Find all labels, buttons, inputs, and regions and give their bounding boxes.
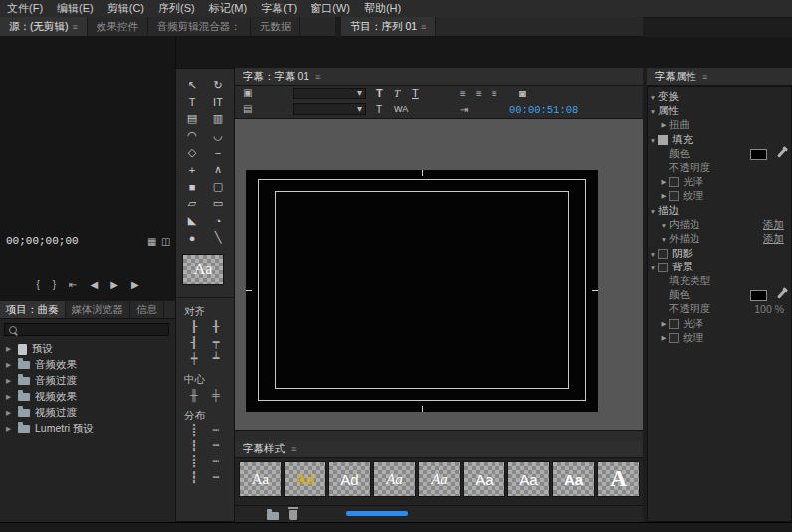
menu-file[interactable]: 文件(F)	[0, 1, 50, 16]
type-tool[interactable]: T	[179, 93, 205, 110]
twirl-icon[interactable]: ▶	[659, 192, 669, 200]
bin-row-audio-effects[interactable]: ▶ 音频效果	[0, 357, 175, 373]
align-paragraph-center-button[interactable]: ≡	[476, 89, 482, 99]
panel-menu-icon[interactable]: ≡	[421, 22, 426, 32]
eyedropper-icon[interactable]	[777, 148, 786, 157]
twirl-icon[interactable]: ▼	[648, 137, 658, 144]
styles-scrollbar-thumb[interactable]	[346, 511, 408, 516]
style-swatch[interactable]: Aa	[239, 461, 282, 497]
titler-canvas[interactable]	[235, 119, 643, 430]
monitor-settings-icon[interactable]: ▦	[147, 237, 156, 247]
twirl-icon[interactable]: ▶	[6, 377, 13, 385]
tab-media-browser[interactable]: 媒体浏览器	[66, 301, 131, 318]
twirl-icon[interactable]: ▼	[648, 251, 658, 258]
style-swatch[interactable]: A	[597, 461, 640, 497]
delete-anchor-tool[interactable]: −	[205, 144, 231, 161]
panel-menu-icon[interactable]: ≡	[702, 72, 707, 82]
bin-row-audio-transitions[interactable]: ▶ 音频过渡	[0, 373, 175, 389]
style-swatch[interactable]: Ad	[284, 461, 326, 497]
align-top-button[interactable]: ┯	[206, 335, 226, 350]
distribute-vertical-center-button[interactable]: ┅	[206, 439, 226, 453]
menu-help[interactable]: 帮助(H)	[357, 1, 408, 16]
step-forward-button[interactable]: ▶	[131, 279, 139, 290]
vertical-area-type-tool[interactable]: ▥	[205, 110, 231, 127]
new-folder-icon[interactable]	[267, 512, 279, 520]
selection-tool[interactable]: ↖	[179, 77, 205, 93]
style-swatch[interactable]: Aa	[418, 461, 461, 497]
bg-opacity-value[interactable]: 100 %	[754, 303, 784, 315]
round-rectangle-tool[interactable]: ▭	[205, 195, 231, 212]
twirl-icon[interactable]: ▼	[648, 108, 658, 115]
mark-in-button[interactable]: {	[36, 279, 39, 290]
twirl-icon[interactable]: ▼	[659, 236, 669, 243]
italic-button[interactable]: T	[394, 88, 400, 99]
distribute-horizontal-right-button[interactable]: ┋	[184, 454, 204, 469]
style-swatch[interactable]: Aa	[507, 461, 550, 497]
twirl-icon[interactable]: ▼	[659, 222, 669, 229]
bin-row-lumetri-presets[interactable]: ▶ Lumetri 预设	[0, 421, 175, 437]
style-swatch[interactable]: Ad	[328, 461, 371, 497]
distribute-vertical-even-button[interactable]: ┅	[206, 470, 226, 485]
add-anchor-tool[interactable]: +	[179, 161, 205, 178]
vertical-type-tool[interactable]: IT	[205, 93, 231, 110]
style-swatch[interactable]: Aa	[552, 461, 595, 497]
trash-icon[interactable]	[289, 510, 297, 520]
fill-checkbox[interactable]	[658, 135, 668, 145]
twirl-icon[interactable]: ▼	[648, 265, 658, 271]
distribute-vertical-top-button[interactable]: ┉	[206, 423, 226, 438]
rotation-tool[interactable]: ↻	[205, 77, 231, 93]
project-search-input[interactable]	[4, 323, 169, 336]
add-outer-stroke-link[interactable]: 添加	[763, 232, 784, 246]
menu-clip[interactable]: 剪辑(C)	[100, 1, 151, 16]
tab-effect-controls[interactable]: 效果控件	[88, 17, 148, 36]
bg-texture-checkbox[interactable]	[669, 333, 679, 343]
twirl-icon[interactable]: ▶	[6, 345, 13, 353]
bg-sheen-checkbox[interactable]	[669, 319, 679, 329]
align-paragraph-right-button[interactable]: ≡	[492, 89, 497, 99]
menu-window[interactable]: 窗口(W)	[303, 1, 357, 16]
twirl-icon[interactable]: ▶	[6, 425, 13, 433]
twirl-icon[interactable]: ▶	[659, 320, 669, 328]
menu-sequence[interactable]: 序列(S)	[151, 1, 202, 16]
clipped-corner-rectangle-tool[interactable]: ▱	[179, 195, 205, 212]
bin-row-video-transitions[interactable]: ▶ 视频过渡	[0, 405, 175, 421]
rounded-rectangle-tool[interactable]: ▢	[205, 178, 231, 195]
distribute-horizontal-left-button[interactable]: ┋	[184, 423, 204, 438]
tab-metadata[interactable]: 元数据	[251, 17, 301, 36]
twirl-icon[interactable]: ▼	[648, 208, 658, 215]
tab-source-monitor[interactable]: 源：(无剪辑) ≡	[0, 17, 88, 36]
style-swatch[interactable]: Aa	[463, 461, 505, 497]
menu-edit[interactable]: 编辑(E)	[50, 1, 100, 16]
panel-menu-icon[interactable]: ≡	[291, 444, 296, 454]
tab-info[interactable]: 信息	[130, 301, 164, 318]
pen-tool[interactable]: ◇	[179, 144, 205, 161]
texture-checkbox[interactable]	[669, 191, 679, 201]
kerning-button[interactable]: WA	[394, 104, 408, 114]
menu-marker[interactable]: 标记(M)	[202, 1, 255, 16]
fill-color-swatch[interactable]	[750, 149, 767, 160]
center-vertical-button[interactable]: ╫	[184, 387, 204, 402]
tab-stops-button[interactable]: ⇥	[460, 105, 468, 115]
align-right-button[interactable]: ┨	[184, 335, 204, 350]
wedge-tool[interactable]: ◣	[179, 212, 205, 229]
twirl-icon[interactable]: ▶	[659, 178, 669, 186]
align-left-button[interactable]: ┠	[184, 319, 204, 334]
twirl-icon[interactable]: ▶	[6, 409, 13, 417]
font-style-select[interactable]: ▾	[293, 103, 366, 115]
underline-button[interactable]: T	[412, 88, 419, 99]
style-preview-swatch[interactable]: Aa	[182, 254, 224, 285]
twirl-icon[interactable]: ▶	[659, 121, 669, 129]
rectangle-tool[interactable]: ■	[179, 178, 205, 195]
eyedropper-icon[interactable]	[777, 289, 786, 298]
background-color-swatch[interactable]	[750, 290, 767, 301]
twirl-icon[interactable]: ▶	[659, 334, 669, 342]
source-timecode[interactable]: 00;00;00;00	[6, 235, 79, 247]
add-inner-stroke-link[interactable]: 添加	[763, 218, 784, 232]
shadow-checkbox[interactable]	[658, 249, 668, 259]
title-video-area[interactable]	[246, 170, 598, 412]
export-frame-icon[interactable]: ◫	[161, 237, 170, 247]
twirl-icon[interactable]: ▶	[6, 361, 13, 369]
titler-timecode[interactable]: 00:00:51:08	[509, 104, 578, 116]
line-tool[interactable]: ╲	[205, 229, 231, 246]
roll-crawl-options-button[interactable]: ▤	[243, 104, 252, 114]
